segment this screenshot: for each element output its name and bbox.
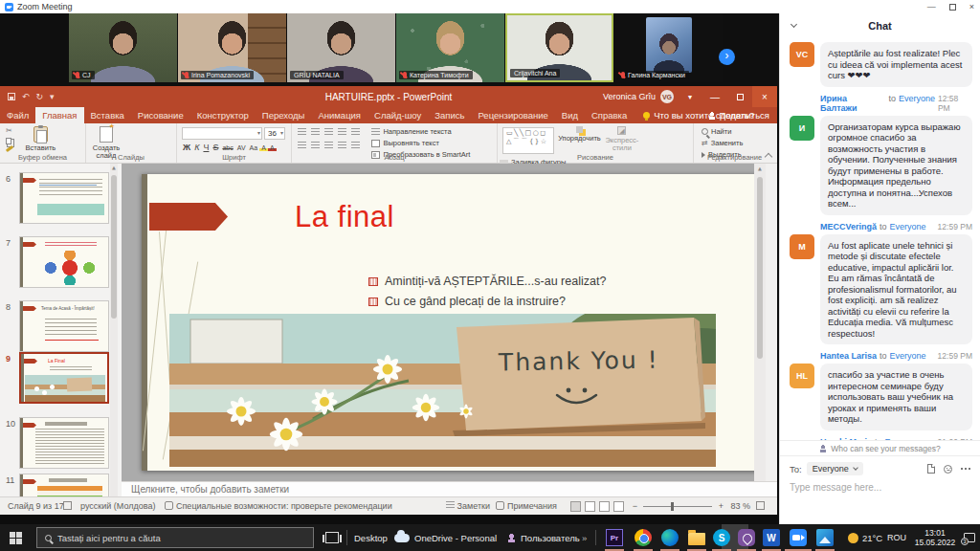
tab-animations[interactable]: Анимация [311, 107, 368, 123]
more-options-icon[interactable] [961, 468, 963, 470]
input-language[interactable]: ROU [887, 533, 906, 542]
slide-title[interactable]: La final [295, 200, 394, 234]
replace-button[interactable]: ⇄Заменить [702, 139, 743, 147]
normal-view-icon[interactable] [570, 501, 581, 512]
tab-design[interactable]: Конструктор [190, 107, 256, 123]
tab-record[interactable]: Запись [428, 107, 471, 123]
emoji-icon[interactable] [944, 465, 952, 474]
reading-view-icon[interactable] [599, 501, 610, 512]
notes-pane[interactable]: Щелкните, чтобы добавить заметки [122, 481, 777, 496]
maximize-button[interactable] [949, 4, 956, 11]
tab-view[interactable]: Вид [555, 107, 585, 123]
format-painter-icon[interactable] [6, 145, 13, 152]
weather-icon[interactable] [848, 533, 858, 543]
start-button[interactable] [10, 524, 15, 551]
chrome-app-button[interactable] [634, 528, 653, 547]
cut-icon[interactable]: ✂ [6, 127, 13, 135]
current-slide[interactable]: La final Amintiți-vă AȘTEPTĂRILE...s-au … [142, 174, 761, 471]
onedrive-item[interactable]: OneDrive - Personal [394, 524, 497, 551]
justify-icon[interactable] [338, 142, 346, 149]
tab-transitions[interactable]: Переходы [256, 107, 312, 123]
underline-button[interactable]: Ч [201, 143, 211, 152]
zoom-level[interactable]: 83 % [730, 501, 750, 511]
numbering-icon[interactable] [311, 128, 320, 136]
thank-you-photo[interactable]: Thank You ! [169, 314, 716, 467]
slide-thumbnail-7[interactable] [19, 236, 109, 288]
find-button[interactable]: Найти [702, 127, 743, 136]
align-right-icon[interactable] [324, 142, 333, 149]
task-view-button[interactable] [325, 524, 339, 551]
strikethrough-button[interactable]: abc [220, 144, 234, 151]
shadow-button[interactable]: S [211, 143, 220, 152]
zoom-slider[interactable] [643, 506, 712, 507]
ppt-maximize-button[interactable] [727, 86, 752, 107]
taskbar-search[interactable]: Tastați aici pentru a căuta [36, 527, 314, 548]
columns-icon[interactable] [351, 142, 360, 149]
slide-thumbnail-9-selected[interactable]: La Final [19, 352, 109, 404]
tab-file[interactable]: Файл [0, 107, 35, 123]
ribbon-display-options-icon[interactable]: ▾ [678, 86, 702, 107]
italic-button[interactable]: К [192, 143, 201, 152]
user-folder-item[interactable]: Пользователь [507, 524, 580, 551]
premiere-app-button[interactable]: Pr [605, 528, 624, 547]
font-name-box[interactable] [182, 127, 262, 140]
slide-bullets[interactable]: Amintiți-vă AȘTEPTĂRILE...s-au realizat?… [368, 275, 606, 308]
recipient-selector[interactable]: Everyone [807, 462, 863, 475]
desktop-toolbar[interactable]: Desktop [354, 524, 388, 551]
tab-draw[interactable]: Рисование [131, 107, 190, 123]
character-spacing-button[interactable]: AV [235, 144, 248, 151]
notes-toggle[interactable]: Заметки [446, 501, 490, 511]
clock[interactable]: 13:01 15.05.2022 [910, 528, 960, 547]
zoom-in-button[interactable]: + [719, 501, 724, 511]
chat-input[interactable] [780, 478, 980, 496]
zoom-slider-thumb[interactable] [671, 502, 674, 511]
slide-sorter-icon[interactable] [585, 501, 595, 512]
slide-scrollbar[interactable]: ▲ [754, 164, 766, 496]
language-status[interactable]: русский (Молдова) [80, 501, 155, 511]
align-left-icon[interactable] [298, 142, 306, 149]
tab-home[interactable]: Главная [35, 107, 83, 123]
tab-slideshow[interactable]: Слайд-шоу [368, 107, 428, 123]
increase-indent-icon[interactable] [338, 128, 346, 136]
font-color-button[interactable]: А [268, 144, 277, 151]
copy-icon[interactable] [6, 138, 11, 144]
shapes-gallery[interactable]: ▭╲╲□○◻△⌒⌒{}☆ [502, 127, 554, 154]
bold-button[interactable]: Ж [181, 143, 192, 152]
account-area[interactable]: Veronica Grîu VG [603, 90, 674, 103]
arrow-shape[interactable] [149, 203, 228, 231]
tab-help[interactable]: Справка [585, 107, 634, 123]
video-tile-active-speaker[interactable]: Crijavitchi Ana [505, 13, 613, 82]
attach-file-icon[interactable] [927, 464, 935, 474]
slide-thumbnail-6[interactable] [19, 172, 109, 224]
arrange-button[interactable]: Упорядочить [558, 123, 600, 143]
zoom-app-button[interactable] [789, 528, 808, 547]
align-text-button[interactable]: Выровнять текст [371, 139, 470, 147]
notifications-icon[interactable]: 3 [964, 533, 975, 542]
change-case-button[interactable]: Аа [248, 144, 260, 151]
next-participants-button[interactable]: › [719, 49, 735, 65]
text-direction-button[interactable]: Направление текста [371, 127, 470, 136]
thumbnail-scrollbar[interactable]: ▲ [110, 164, 118, 496]
scroll-up-icon[interactable]: ▲ [110, 165, 118, 170]
video-tile[interactable]: GRÎU NATALIA [287, 13, 395, 82]
video-tile[interactable]: Катерина Тимофти [396, 13, 504, 82]
highlight-color-button[interactable]: А [259, 144, 268, 151]
word-app-button[interactable]: W [762, 528, 781, 547]
align-center-icon[interactable] [311, 142, 320, 149]
edge-app-button[interactable] [660, 528, 679, 547]
accessibility-check-icon[interactable] [63, 501, 75, 511]
fit-slide-icon[interactable] [756, 501, 768, 511]
quick-styles-button[interactable]: ◢ Экспресс-стили [605, 123, 639, 152]
slide-thumbnail-10[interactable] [19, 417, 109, 469]
tab-insert[interactable]: Вставка [84, 107, 131, 123]
tab-review[interactable]: Рецензирование [471, 107, 554, 123]
photos-app-button[interactable] [815, 528, 835, 547]
scroll-up-icon[interactable]: ▲ [754, 165, 766, 171]
bullets-icon[interactable] [298, 128, 306, 136]
paste-button[interactable]: Вставить [25, 123, 56, 152]
line-spacing-icon[interactable] [351, 128, 360, 136]
comments-toggle[interactable]: Примечания [496, 501, 557, 511]
video-tile[interactable]: Галина Кармански [614, 13, 723, 82]
video-tile[interactable]: CJ [69, 13, 177, 82]
ppt-minimize-button[interactable]: — [702, 86, 727, 107]
